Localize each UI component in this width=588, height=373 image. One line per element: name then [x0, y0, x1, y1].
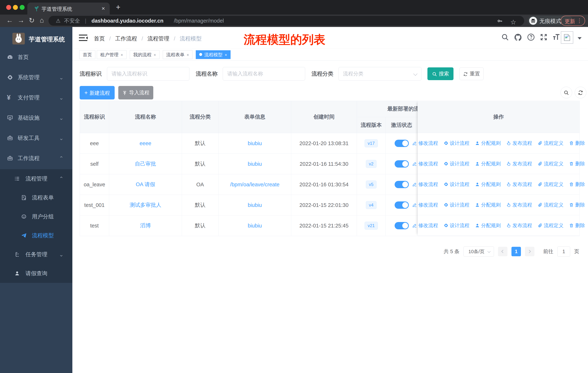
key-icon[interactable] [497, 18, 503, 24]
design-process-link[interactable]: 设计流程 [444, 222, 470, 229]
new-tab-button[interactable]: + [116, 3, 120, 12]
breadcrumb-home[interactable]: 首页 [94, 36, 105, 41]
search-button[interactable]: 搜索 [427, 67, 453, 80]
process-definition-link[interactable]: 流程定义 [538, 222, 564, 229]
sidebar-item-process-management[interactable]: 流程管理 ⌃ [0, 169, 72, 188]
design-process-link[interactable]: 设计流程 [444, 202, 470, 208]
form-info-link[interactable]: /bpm/oa/leave/create [230, 181, 280, 187]
active-toggle[interactable] [395, 202, 409, 209]
tag-home[interactable]: 首页 [79, 50, 95, 59]
home-icon[interactable]: ⌂ [40, 16, 44, 24]
browser-menu-icon[interactable]: ⋮ [577, 18, 582, 24]
modify-process-link[interactable]: 修改流程 [412, 202, 438, 208]
process-key-input[interactable] [107, 67, 189, 81]
omnibox[interactable]: ⚠ 不安全 | dashboard.yudao.iocoder.cn /bpm/… [49, 16, 524, 26]
fullscreen-icon[interactable] [540, 33, 548, 41]
active-toggle[interactable] [395, 140, 409, 147]
caret-down-icon[interactable] [578, 37, 582, 41]
sidebar-item-leave-query[interactable]: 请假查询 [0, 264, 72, 283]
window-close-button[interactable] [6, 5, 11, 10]
design-process-link[interactable]: 设计流程 [444, 140, 470, 146]
process-name-link[interactable]: 自己审批 [135, 161, 156, 167]
active-toggle[interactable] [395, 160, 409, 168]
window-minimize-button[interactable] [13, 5, 18, 10]
sidebar-item-devtools[interactable]: 研发工具 ⌄ [0, 128, 72, 148]
update-button[interactable]: 更新 ⋮ [561, 16, 585, 26]
form-info-link[interactable]: biubiu [248, 161, 262, 167]
tag-process-model-active[interactable]: 流程模型× [196, 50, 231, 59]
toggle-search-button[interactable] [560, 87, 572, 98]
process-definition-link[interactable]: 流程定义 [538, 140, 564, 146]
forward-icon[interactable]: → [18, 16, 24, 24]
sidebar-item-system[interactable]: 系统管理 ⌄ [0, 67, 72, 87]
refresh-table-button[interactable] [575, 87, 586, 98]
modify-process-link[interactable]: 修改流程 [412, 161, 438, 167]
assign-rule-link[interactable]: 分配规则 [475, 181, 501, 188]
sidebar-collapse-icon[interactable] [79, 34, 87, 42]
sidebar-item-process-model[interactable]: 流程模型 [0, 226, 72, 245]
sidebar-item-home[interactable]: 首页 [0, 47, 72, 67]
delete-link[interactable]: 删除 [569, 140, 585, 146]
delete-link[interactable]: 删除 [569, 222, 585, 229]
bookmark-star-icon[interactable]: ☆ [510, 17, 516, 27]
publish-process-link[interactable]: 发布流程 [506, 202, 532, 208]
active-toggle[interactable] [395, 222, 409, 229]
delete-link[interactable]: 删除 [569, 181, 585, 188]
publish-process-link[interactable]: 发布流程 [506, 161, 532, 167]
active-toggle[interactable] [395, 181, 409, 188]
close-icon[interactable]: × [154, 53, 156, 57]
delete-link[interactable]: 删除 [569, 202, 585, 208]
sidebar-item-task-management[interactable]: 任务管理 ⌄ [0, 245, 72, 264]
security-label[interactable]: 不安全 [64, 16, 80, 26]
browser-tab[interactable]: 芋道管理系统 × [27, 2, 110, 15]
process-name-link[interactable]: 测试多审批人 [130, 202, 161, 208]
modify-process-link[interactable]: 修改流程 [412, 140, 438, 146]
next-page-button[interactable] [525, 247, 535, 256]
form-info-link[interactable]: biubiu [248, 223, 262, 229]
publish-process-link[interactable]: 发布流程 [506, 222, 532, 229]
category-select[interactable]: 流程分类 [338, 67, 421, 81]
current-page-button[interactable]: 1 [511, 247, 521, 256]
close-icon[interactable]: × [187, 53, 189, 57]
prev-page-button[interactable] [498, 247, 507, 256]
process-definition-link[interactable]: 流程定义 [538, 161, 564, 167]
tag-my-process[interactable]: 我的流程× [130, 50, 159, 59]
close-icon[interactable]: × [121, 53, 123, 57]
tag-process-form[interactable]: 流程表单× [163, 50, 192, 59]
tag-tenant[interactable]: 租户管理× [97, 50, 126, 59]
assign-rule-link[interactable]: 分配规则 [475, 161, 501, 167]
reset-button[interactable]: 重置 [460, 67, 483, 80]
user-avatar[interactable] [561, 31, 573, 44]
reload-icon[interactable]: ↻ [29, 16, 35, 24]
process-definition-link[interactable]: 流程定义 [538, 181, 564, 188]
font-size-icon[interactable] [552, 33, 560, 41]
window-zoom-button[interactable] [20, 5, 25, 10]
delete-link[interactable]: 删除 [569, 161, 585, 167]
process-name-input[interactable] [223, 67, 305, 81]
modify-process-link[interactable]: 修改流程 [412, 181, 438, 188]
sidebar-item-workflow[interactable]: 工作流程 ⌃ [0, 148, 72, 168]
tab-close-icon[interactable]: × [102, 5, 105, 12]
create-process-button[interactable]: +新建流程 [80, 86, 115, 100]
sidebar-item-infrastructure[interactable]: 基础设施 ⌄ [0, 108, 72, 128]
design-process-link[interactable]: 设计流程 [444, 161, 470, 167]
assign-rule-link[interactable]: 分配规则 [475, 140, 501, 146]
process-name-link[interactable]: eeee [140, 141, 151, 146]
process-name-link[interactable]: OA 请假 [136, 181, 155, 187]
process-name-link[interactable]: 滔博 [140, 222, 151, 228]
goto-page-input[interactable] [557, 246, 570, 257]
sidebar-item-user-group[interactable]: 用户分组 [0, 207, 72, 226]
process-definition-link[interactable]: 流程定义 [538, 202, 564, 208]
page-size-select[interactable]: 10条/页 [463, 246, 494, 257]
design-process-link[interactable]: 设计流程 [444, 181, 470, 188]
assign-rule-link[interactable]: 分配规则 [475, 222, 501, 229]
assign-rule-link[interactable]: 分配规则 [475, 202, 501, 208]
github-icon[interactable] [514, 33, 522, 41]
form-info-link[interactable]: biubiu [248, 141, 262, 146]
breadcrumb-workflow[interactable]: 工作流程 [115, 36, 137, 41]
search-icon[interactable] [501, 33, 509, 41]
back-icon[interactable]: ← [6, 16, 13, 24]
sidebar-item-payment[interactable]: ¥ 支付管理 ⌄ [0, 87, 72, 108]
modify-process-link[interactable]: 修改流程 [412, 222, 438, 229]
help-icon[interactable] [527, 33, 535, 41]
